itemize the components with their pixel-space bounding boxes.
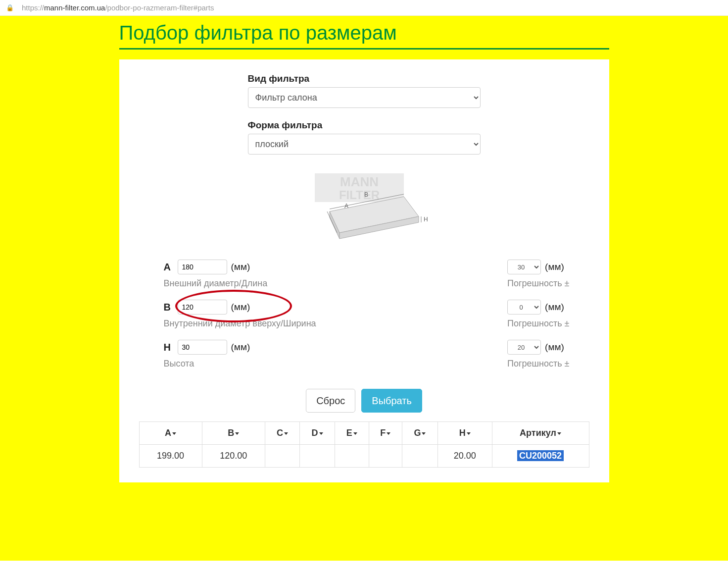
svg-text:B: B xyxy=(364,191,368,198)
cell-g xyxy=(402,445,437,468)
dim-h-caption: Высота xyxy=(164,359,250,369)
chevron-down-icon xyxy=(387,432,390,435)
filter-shape-label: Форма фильтра xyxy=(248,120,481,131)
dim-b-input[interactable] xyxy=(178,300,227,315)
col-header-e[interactable]: E xyxy=(335,422,369,445)
dim-a-caption: Внешний диаметр/Длина xyxy=(164,278,268,289)
tol-a-unit: (мм) xyxy=(545,262,564,272)
dim-h-unit: (мм) xyxy=(231,342,250,353)
dim-a-unit: (мм) xyxy=(231,262,250,272)
tol-h-select[interactable]: 20 xyxy=(507,340,541,355)
svg-text:H: H xyxy=(424,216,428,223)
dim-row-h: H (мм) Высота 20 (мм) Погрешность ± xyxy=(164,340,570,369)
col-header-c[interactable]: C xyxy=(265,422,300,445)
reset-button[interactable]: Сброс xyxy=(306,389,355,413)
tol-b-caption: Погрешность ± xyxy=(507,318,569,329)
table-row: 199.00 120.00 20.00 CU200052 xyxy=(139,445,589,468)
dim-b-unit: (мм) xyxy=(231,302,250,313)
dim-a-letter: A xyxy=(164,262,174,273)
tol-a-caption: Погрешность ± xyxy=(507,278,569,289)
lock-icon: 🔒 xyxy=(6,4,14,11)
dim-h-input[interactable] xyxy=(178,340,227,355)
cell-e xyxy=(335,445,369,468)
dim-row-b: B (мм) Внутренний диаметр вверху/Ширина … xyxy=(164,300,570,329)
col-header-g[interactable]: G xyxy=(402,422,437,445)
chevron-down-icon xyxy=(422,432,426,435)
dim-h-letter: H xyxy=(164,342,174,353)
col-header-b[interactable]: B xyxy=(202,422,265,445)
chevron-down-icon xyxy=(353,432,357,435)
filter-type-select[interactable]: Фильтр салона xyxy=(248,87,481,108)
page-title: Подбор фильтра по размерам xyxy=(119,20,609,50)
filter-diagram: MANN FILTER B A H xyxy=(300,169,429,249)
tol-b-select[interactable]: 0 xyxy=(507,300,541,315)
artikul-link[interactable]: CU200052 xyxy=(517,450,564,461)
col-header-a[interactable]: A xyxy=(139,422,202,445)
cell-f xyxy=(369,445,402,468)
url-text: https://mann-filter.com.ua/podbor-po-raz… xyxy=(22,3,214,12)
tol-b-unit: (мм) xyxy=(545,302,564,313)
filter-type-label: Вид фильтра xyxy=(248,73,481,84)
submit-button[interactable]: Выбрать xyxy=(361,389,422,413)
col-header-artikul[interactable]: Артикул xyxy=(492,422,589,445)
tol-h-caption: Погрешность ± xyxy=(507,359,569,369)
chevron-down-icon xyxy=(467,432,471,435)
chevron-down-icon xyxy=(319,432,323,435)
cell-b: 120.00 xyxy=(202,445,265,468)
tol-a-select[interactable]: 30 xyxy=(507,260,541,274)
results-table: A B C D E F G H Артикул 199.00 120.00 xyxy=(139,421,589,468)
chevron-down-icon xyxy=(235,432,239,435)
cell-a: 199.00 xyxy=(139,445,202,468)
chevron-down-icon xyxy=(284,432,288,435)
filter-panel: Вид фильтра Фильтр салона Форма фильтра … xyxy=(119,59,609,482)
chevron-down-icon xyxy=(172,432,176,435)
svg-text:MANN: MANN xyxy=(340,174,379,189)
col-header-f[interactable]: F xyxy=(369,422,402,445)
dim-b-letter: B xyxy=(164,302,174,313)
tol-h-unit: (мм) xyxy=(545,342,564,353)
svg-text:A: A xyxy=(344,203,348,210)
browser-url-bar: 🔒 https://mann-filter.com.ua/podbor-po-r… xyxy=(0,0,728,16)
filter-shape-select[interactable]: плоский xyxy=(248,134,481,155)
dim-a-input[interactable] xyxy=(178,260,227,274)
cell-artikul: CU200052 xyxy=(492,445,589,468)
dim-row-a: A (мм) Внешний диаметр/Длина 30 (мм) Пог… xyxy=(164,260,570,289)
cell-h: 20.00 xyxy=(438,445,492,468)
svg-text:FILTER: FILTER xyxy=(339,188,379,202)
cell-d xyxy=(300,445,335,468)
chevron-down-icon xyxy=(557,432,561,435)
cell-c xyxy=(265,445,300,468)
col-header-h[interactable]: H xyxy=(438,422,492,445)
col-header-d[interactable]: D xyxy=(300,422,335,445)
dim-b-caption: Внутренний диаметр вверху/Ширина xyxy=(164,318,316,329)
